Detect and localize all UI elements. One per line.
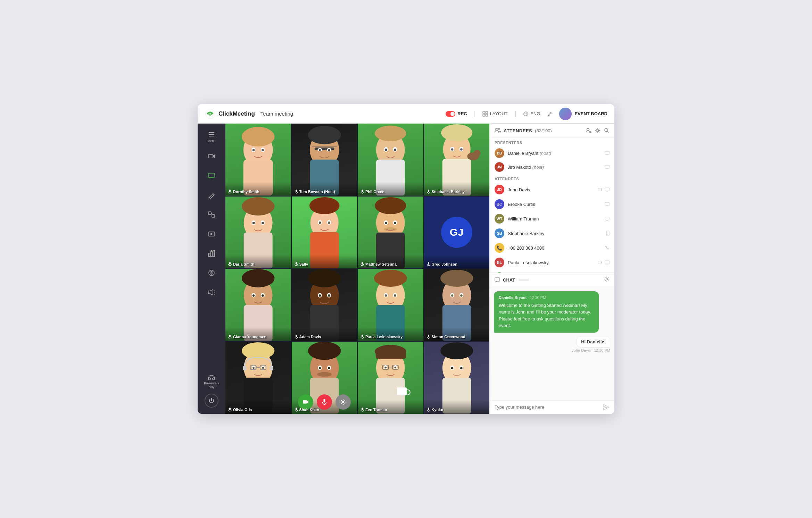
name-gianna: Gianna Youngmen bbox=[233, 335, 266, 339]
greg-initials: GJ bbox=[441, 217, 472, 248]
svg-rect-187 bbox=[362, 408, 363, 410]
sidebar-item-poll[interactable] bbox=[201, 244, 222, 262]
chat-input[interactable] bbox=[495, 404, 600, 410]
power-button[interactable] bbox=[205, 394, 218, 408]
svg-point-190 bbox=[440, 342, 473, 359]
svg-point-102 bbox=[385, 222, 387, 224]
svg-rect-152 bbox=[270, 366, 273, 370]
svg-point-198 bbox=[496, 128, 498, 131]
sidebar-item-draw[interactable] bbox=[201, 186, 222, 204]
svg-marker-229 bbox=[496, 281, 497, 282]
add-attendee-icon[interactable] bbox=[586, 128, 591, 133]
chat-input-area bbox=[490, 400, 614, 414]
svg-rect-212 bbox=[605, 188, 609, 191]
svg-rect-135 bbox=[362, 335, 363, 337]
sidebar-item-megaphone[interactable] bbox=[201, 283, 222, 301]
svg-line-18 bbox=[208, 198, 209, 198]
screen-icon-j bbox=[605, 165, 610, 169]
svg-point-99 bbox=[375, 197, 406, 214]
chat-messages: Danielle Bryant · 12:30 PM Welcome to th… bbox=[490, 287, 614, 400]
phone-icon-ph bbox=[605, 245, 610, 250]
video-cell-daria: Daria Smith bbox=[225, 197, 291, 268]
svg-point-65 bbox=[394, 149, 396, 151]
svg-rect-222 bbox=[605, 261, 609, 264]
attendee-row-bl: BL Paula Leśniakowsky bbox=[490, 255, 614, 270]
attendee-row-sj: SJ Sally Jones bbox=[490, 270, 614, 273]
sidebar-item-youtube[interactable] bbox=[201, 225, 222, 243]
phone-icons bbox=[605, 245, 610, 250]
chat-settings-button[interactable] bbox=[604, 276, 610, 283]
lang-button[interactable]: ENG bbox=[523, 111, 540, 117]
svg-point-54 bbox=[319, 149, 321, 151]
svg-point-37 bbox=[208, 378, 210, 380]
logo[interactable]: ClickMeeting bbox=[205, 108, 255, 119]
youtube-icon bbox=[208, 231, 215, 237]
bl-name: Paula Leśniakowsky bbox=[508, 260, 594, 265]
svg-point-142 bbox=[460, 294, 463, 297]
attendees-icon bbox=[495, 128, 501, 133]
svg-point-70 bbox=[441, 124, 472, 141]
sidebar-item-screen[interactable] bbox=[201, 167, 222, 185]
svg-rect-214 bbox=[605, 202, 609, 206]
mic-icon-steph bbox=[427, 190, 430, 194]
svg-marker-24 bbox=[210, 233, 213, 235]
jd-avatar: JD bbox=[495, 185, 504, 194]
chat-reply-meta: John Davis 12:30 PM bbox=[572, 348, 610, 352]
name-phil: Phil Green bbox=[365, 190, 384, 194]
svg-point-194 bbox=[460, 367, 463, 369]
video-cell-eve: Eve Truman bbox=[358, 342, 423, 413]
sidebar-item-share[interactable] bbox=[201, 206, 222, 224]
mic-icon-eve bbox=[361, 408, 364, 412]
svg-point-204 bbox=[605, 128, 608, 132]
svg-point-61 bbox=[375, 126, 406, 141]
svg-marker-33 bbox=[208, 290, 213, 295]
name-adam: Adam Davis bbox=[299, 335, 321, 339]
phone-icon-sb bbox=[606, 231, 610, 236]
mic-icon-phil bbox=[361, 190, 364, 194]
attendees-actions bbox=[586, 128, 610, 133]
wt-icons bbox=[605, 217, 610, 221]
layout-button[interactable]: LAYOUT bbox=[482, 111, 507, 117]
video-grid: Dorothy Smith bbox=[225, 124, 489, 413]
svg-rect-15 bbox=[208, 173, 215, 177]
search-icon[interactable] bbox=[604, 128, 610, 133]
event-board-button[interactable]: EVENT BOARD bbox=[559, 108, 607, 120]
attendees-section-label: ATTENDEES bbox=[490, 174, 614, 182]
logo-text: ClickMeeting bbox=[218, 110, 255, 117]
svg-rect-126 bbox=[296, 335, 297, 337]
settings-control-button[interactable] bbox=[335, 394, 351, 410]
svg-point-193 bbox=[451, 367, 453, 369]
phone-name: +00 200 300 4000 bbox=[508, 245, 601, 251]
mic-icon bbox=[228, 190, 232, 194]
svg-rect-228 bbox=[495, 278, 500, 281]
attendees-settings-icon[interactable] bbox=[595, 128, 600, 133]
svg-point-166 bbox=[317, 372, 331, 377]
sidebar-item-audio[interactable] bbox=[201, 264, 222, 282]
chat-sender: Danielle Bryant bbox=[499, 295, 527, 300]
svg-rect-27 bbox=[213, 250, 214, 257]
bc-name: Brooke Curtis bbox=[508, 202, 601, 207]
svg-rect-220 bbox=[598, 261, 601, 264]
svg-rect-57 bbox=[312, 146, 337, 147]
sidebar-item-presenters[interactable]: Presenters only bbox=[201, 371, 222, 392]
share-icon bbox=[208, 211, 215, 218]
sidebar-item-camera[interactable] bbox=[201, 147, 222, 165]
svg-point-124 bbox=[328, 294, 330, 297]
svg-rect-13 bbox=[208, 154, 213, 158]
sidebar: Menu bbox=[198, 124, 225, 413]
svg-point-45 bbox=[252, 149, 255, 151]
sidebar-item-menu[interactable]: Menu bbox=[201, 128, 222, 146]
jiro-avatar: JM bbox=[495, 162, 504, 172]
video-cell-shah: Shah Khan bbox=[292, 342, 357, 413]
video-label-sally: Sally bbox=[295, 262, 308, 266]
danielle-icons bbox=[605, 151, 610, 155]
rec-button[interactable]: REC bbox=[446, 111, 467, 117]
svg-rect-108 bbox=[428, 262, 429, 265]
video-cell-stephania: Stephania Barkley bbox=[424, 124, 490, 195]
video-label-greg: Greg Johnson bbox=[427, 262, 458, 266]
svg-point-74 bbox=[460, 148, 463, 151]
presenters-section-label: PRESENTERS bbox=[490, 138, 614, 146]
send-icon[interactable] bbox=[603, 404, 610, 410]
headphones-icon bbox=[208, 374, 215, 381]
expand-button[interactable]: ⤢ bbox=[547, 110, 552, 118]
